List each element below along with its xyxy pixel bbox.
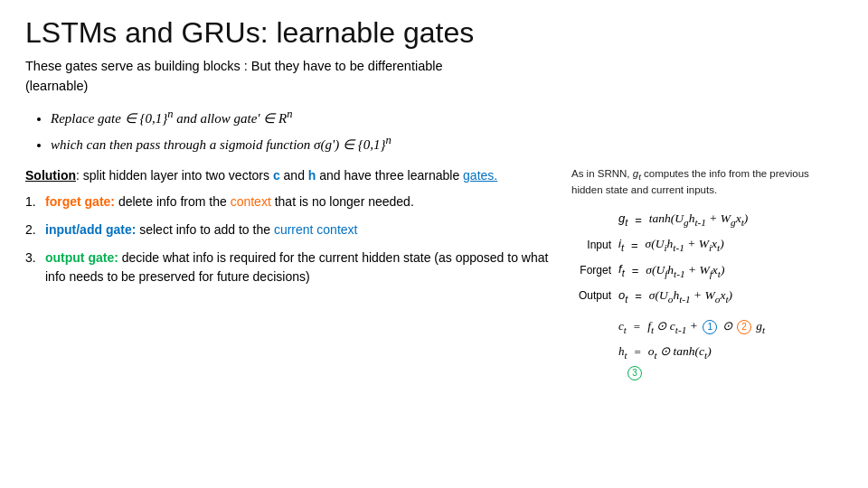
eq-output-formula: σ(Uoht-1 + Woxt) xyxy=(649,285,732,308)
eq-row-output: Output ot = σ(Uoht-1 + Woxt) xyxy=(571,285,843,308)
eq-row-ht: ht = ot ⊙ tanh(ct) xyxy=(571,341,843,364)
eq-row-circle3: 3 xyxy=(571,366,843,380)
eq-ht-formula: ot ⊙ tanh(ct) xyxy=(648,341,712,364)
eq-ct-formula: ft ⊙ ct-1 + 1 ⊙ 2 gt xyxy=(647,315,765,339)
forget-gate-label: forget gate: xyxy=(45,194,115,209)
circle-1: 1 xyxy=(703,320,717,334)
bullet-item-1: Replace gate ∈ {0,1}n and allow gate' ∈ … xyxy=(51,106,843,129)
list-item-input: 2. input/add gate: select info to add to… xyxy=(25,221,553,239)
solution-label: Solution xyxy=(25,168,76,183)
page-title: LSTMs and GRUs: learnable gates xyxy=(25,16,843,50)
h-vector: h xyxy=(308,168,316,183)
c-vector: c xyxy=(273,168,280,183)
eq-forget-var: ft xyxy=(618,258,625,282)
eq-label-input: Input xyxy=(571,236,611,256)
list-item-output: 3. output gate: decide what info is requ… xyxy=(25,249,553,286)
left-column: Solution: split hidden layer into two ve… xyxy=(25,166,553,296)
list-item-forget: 1. forget gate: delete info from the con… xyxy=(25,192,553,211)
eq-input-var: it xyxy=(618,233,624,257)
gates-word: gates. xyxy=(463,168,497,183)
eq-output-var: ot xyxy=(618,285,627,308)
circle-2: 2 xyxy=(737,320,751,334)
eq-label-output: Output xyxy=(571,286,611,306)
eq-forget-formula: σ(Ufht-1 + Wfxt) xyxy=(646,259,724,283)
right-column: As in SRNN, gt computes the info from th… xyxy=(571,166,843,382)
eq-row-gt: gt = tanh(Ught-1 + Wgxt) xyxy=(571,208,843,231)
right-note: As in SRNN, gt computes the info from th… xyxy=(571,166,843,198)
eq-gt-formula: tanh(Ught-1 + Wgxt) xyxy=(649,208,749,231)
intro-paragraph: These gates serve as building blocks : B… xyxy=(25,57,843,97)
main-content: Solution: split hidden layer into two ve… xyxy=(25,166,843,382)
bullet-item-2: which can then pass through a sigmoid fu… xyxy=(51,132,843,155)
eq-row-forget: Forget ft = σ(Ufht-1 + Wfxt) xyxy=(571,258,843,282)
eq-row-ct: ct = ft ⊙ ct-1 + 1 ⊙ 2 gt xyxy=(571,315,843,339)
context-ref-1: context xyxy=(231,194,271,209)
context-ref-2: current context xyxy=(274,222,358,237)
bullet-list: Replace gate ∈ {0,1}n and allow gate' ∈ … xyxy=(51,106,843,155)
eq-input-formula: σ(Uiht-1 + Wixt) xyxy=(646,233,724,257)
eq-label-forget: Forget xyxy=(571,261,611,281)
solution-paragraph: Solution: split hidden layer into two ve… xyxy=(25,166,553,185)
equations-block: gt = tanh(Ught-1 + Wgxt) Input it = σ(Ui… xyxy=(571,208,843,380)
eq-gt-eq: = xyxy=(635,210,642,230)
eq-gt-var: gt xyxy=(618,208,627,231)
eq-row-input: Input it = σ(Uiht-1 + Wixt) xyxy=(571,233,843,257)
output-gate-label: output gate: xyxy=(45,250,118,265)
input-gate-label: input/add gate: xyxy=(45,222,136,237)
gates-list: 1. forget gate: delete info from the con… xyxy=(25,192,553,286)
circle-3: 3 xyxy=(627,366,642,380)
